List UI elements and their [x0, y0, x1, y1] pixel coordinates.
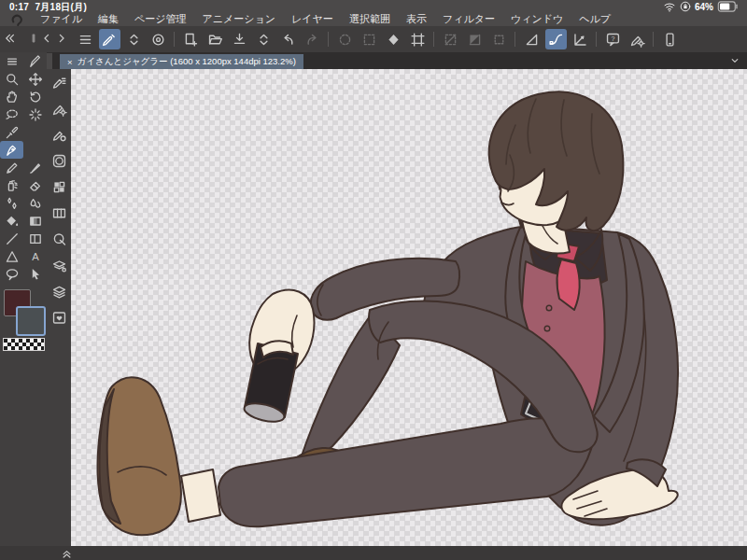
- command-bar: ?: [0, 26, 747, 53]
- tool-eyedropper[interactable]: [0, 123, 23, 141]
- touch-gesture-button[interactable]: [99, 29, 120, 49]
- snap-ruler-button[interactable]: [521, 29, 543, 49]
- tool-selection[interactable]: [0, 105, 23, 123]
- tool-blend[interactable]: [23, 194, 47, 212]
- palette-navigator[interactable]: [47, 226, 71, 252]
- back-button[interactable]: [39, 31, 54, 46]
- forward-icon: [54, 31, 69, 46]
- menu-item-8[interactable]: ウィンドウ: [511, 12, 563, 26]
- canvas-tab[interactable]: × ガイさんとジャグラー (1600 x 1200px 144dpi 123.2…: [60, 54, 303, 69]
- tool-hand[interactable]: [0, 88, 23, 105]
- tool-property-icon: [51, 75, 67, 91]
- tab-close-button[interactable]: ×: [67, 57, 73, 67]
- undo-button[interactable]: [277, 29, 299, 49]
- menu-item-2[interactable]: ページ管理: [134, 12, 187, 26]
- open-file-button[interactable]: [204, 29, 226, 49]
- crop-button[interactable]: [464, 29, 486, 49]
- tool-gradient[interactable]: [23, 212, 47, 230]
- tool-airbrush[interactable]: [0, 176, 23, 194]
- deselect-button[interactable]: [334, 29, 356, 49]
- tool-rotate[interactable]: [23, 88, 47, 105]
- polygon-icon: [5, 249, 20, 264]
- tool-polygon[interactable]: [0, 247, 23, 265]
- pen-settings-button[interactable]: [627, 29, 648, 49]
- command-separator: [328, 32, 329, 47]
- menu-item-1[interactable]: 編集: [98, 12, 119, 26]
- clear-selection-icon: [443, 32, 458, 48]
- quick-access-button[interactable]: ?: [602, 29, 624, 49]
- illustration-seated-man: [71, 69, 747, 546]
- forward-button[interactable]: [54, 31, 69, 46]
- expand-bottom-palette-button[interactable]: [60, 546, 74, 560]
- main-menu-button[interactable]: [75, 29, 96, 49]
- palette-layers[interactable]: [47, 278, 71, 304]
- tool-brush[interactable]: [23, 159, 47, 176]
- file-switch-button[interactable]: [253, 29, 275, 49]
- palette-subtool-detail[interactable]: [47, 95, 71, 121]
- clear-selection-button[interactable]: [440, 29, 461, 49]
- hide-interface-button[interactable]: [2, 31, 17, 46]
- tool-correct-line[interactable]: [23, 52, 47, 70]
- palette-tool-property[interactable]: [47, 69, 71, 95]
- companion-mode-button[interactable]: [659, 29, 681, 49]
- tool-fill[interactable]: [0, 212, 23, 230]
- reselect-button[interactable]: [359, 29, 380, 49]
- snap-special-ruler-button[interactable]: [545, 29, 567, 49]
- clip-studio-logo[interactable]: [9, 12, 24, 27]
- text-icon: A: [28, 249, 43, 264]
- tool-balloon[interactable]: [0, 265, 23, 283]
- selection-launcher-button[interactable]: [488, 29, 510, 49]
- tool-pencil[interactable]: [0, 159, 23, 176]
- crop-icon: [467, 32, 483, 48]
- save-file-button[interactable]: [229, 29, 250, 49]
- palette-brush-size[interactable]: [47, 121, 71, 147]
- palette-color-wheel[interactable]: [47, 147, 71, 174]
- palette-color-set[interactable]: [47, 174, 71, 200]
- fill-selection-button[interactable]: [383, 29, 404, 49]
- tool-row: [0, 141, 47, 159]
- artwork-extended-leg: [218, 418, 594, 526]
- tool-text[interactable]: A: [23, 247, 47, 265]
- quick-access-icon: ?: [605, 32, 621, 48]
- tool-zoom[interactable]: [0, 70, 23, 88]
- tool-move[interactable]: [23, 70, 47, 88]
- tool-decoration[interactable]: [0, 194, 23, 212]
- command-separator: [174, 32, 175, 47]
- menu-item-3[interactable]: アニメーション: [203, 12, 276, 26]
- snap-grid-button[interactable]: [570, 29, 591, 49]
- menu-item-0[interactable]: ファイル: [40, 12, 82, 26]
- pencil-icon: [5, 161, 20, 175]
- tool-switch-button[interactable]: [123, 29, 145, 49]
- tool-figure[interactable]: [23, 230, 47, 247]
- new-canvas-button[interactable]: [180, 29, 202, 49]
- redo-button[interactable]: [302, 29, 323, 49]
- menu-item-7[interactable]: フィルター: [443, 12, 495, 26]
- tool-operation[interactable]: [23, 265, 47, 283]
- fill-selection-icon: [386, 32, 402, 48]
- menu-item-9[interactable]: ヘルプ: [579, 12, 611, 26]
- palette-layer-property[interactable]: [47, 252, 71, 278]
- gesture-loop-button[interactable]: [148, 29, 169, 49]
- tab-title: ガイさんとジャグラー (1600 x 1200px 144dpi 123.2%): [78, 56, 296, 68]
- command-buttons: ?: [73, 26, 682, 52]
- reselect-icon: [361, 32, 377, 48]
- tool-line[interactable]: [0, 230, 23, 247]
- palette-timeline[interactable]: [47, 200, 71, 226]
- canvas-area[interactable]: [71, 69, 747, 546]
- menu-item-6[interactable]: 表示: [406, 12, 427, 26]
- tool-wand[interactable]: [23, 105, 47, 123]
- menu-item-4[interactable]: レイヤー: [291, 12, 333, 26]
- palette-material[interactable]: [47, 304, 71, 330]
- tool-pen[interactable]: [0, 141, 23, 159]
- palette-menu-icon: [5, 54, 20, 69]
- tool-palette-menu[interactable]: [0, 52, 23, 70]
- sub-color-chip[interactable]: [16, 306, 46, 336]
- navigator-icon: [51, 231, 67, 247]
- transparent-color-chip[interactable]: [3, 338, 45, 351]
- menu-item-5[interactable]: 選択範囲: [349, 12, 390, 26]
- command-separator: [653, 32, 654, 47]
- scale-rotate-button[interactable]: [407, 29, 429, 49]
- hide-interface-icon: [2, 31, 17, 46]
- tool-eraser[interactable]: [23, 176, 47, 194]
- tab-list-chevron-down-icon[interactable]: [728, 54, 741, 67]
